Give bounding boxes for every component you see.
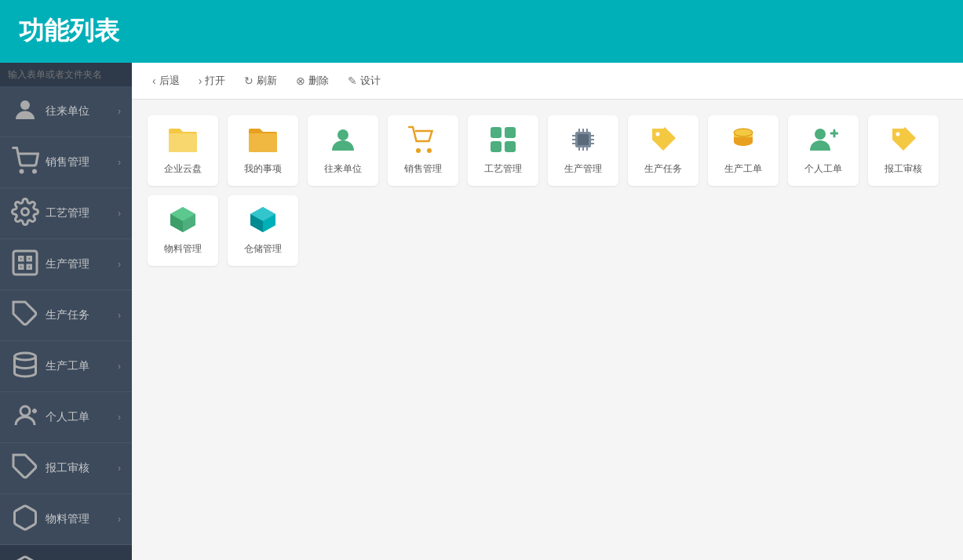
refresh-icon: ↻ [244, 75, 254, 87]
sidebar-item-left: 生产工单 [11, 351, 89, 382]
grid-item-icon-企业云盘 [167, 125, 199, 158]
back-icon: ‹ [152, 75, 156, 87]
icon-grid: 企业云盘 我的事项 往来单位 销售管理 工艺管理 生产管理 生产任务 生产工单 … [132, 100, 963, 445]
page-title: 功能列表 [19, 14, 119, 49]
design-button[interactable]: ✎ 设计 [340, 71, 388, 91]
back-label: 后退 [159, 74, 180, 88]
refresh-button[interactable]: ↻ 刷新 [236, 71, 285, 91]
content-area: ‹ 后退 › 打开 ↻ 刷新 ⊗ 删除 ✎ 设计 企业云盘 [132, 63, 963, 560]
sidebar-item-工艺管理[interactable]: 工艺管理 › [0, 188, 132, 239]
refresh-label: 刷新 [257, 74, 277, 88]
svg-rect-4 [13, 251, 37, 275]
sidebar-item-销售管理[interactable]: 销售管理 › [0, 137, 132, 188]
sidebar: 往来单位 › 销售管理 › 工艺管理 › 生产管理 › 生产任务 › 生产工单 … [0, 63, 132, 560]
sidebar-item-icon-仓储管理 [11, 555, 39, 560]
svg-point-17 [427, 148, 432, 153]
sidebar-item-生产管理[interactable]: 生产管理 › [0, 239, 132, 290]
sidebar-item-label-工艺管理: 工艺管理 [46, 206, 89, 220]
grid-item-生产任务[interactable]: 生产任务 [628, 115, 699, 186]
svg-point-1 [20, 170, 23, 173]
svg-point-2 [34, 170, 36, 173]
svg-rect-19 [505, 127, 516, 138]
sidebar-item-label-生产管理: 生产管理 [46, 257, 89, 271]
sidebar-item-生产工单[interactable]: 生产工单 › [0, 341, 132, 392]
svg-point-16 [416, 148, 421, 153]
grid-item-物料管理[interactable]: 物料管理 [148, 195, 218, 266]
grid-item-icon-物料管理 [169, 205, 197, 238]
svg-rect-7 [20, 265, 24, 269]
grid-item-工艺管理[interactable]: 工艺管理 [468, 115, 538, 186]
sidebar-item-icon-生产管理 [11, 249, 39, 280]
grid-item-label-个人工单: 个人工单 [804, 162, 842, 176]
grid-item-label-生产任务: 生产任务 [644, 162, 682, 176]
design-label: 设计 [360, 74, 381, 88]
sidebar-item-chevron-个人工单: › [118, 412, 121, 423]
svg-rect-23 [578, 134, 589, 145]
grid-item-icon-个人工单 [808, 125, 838, 158]
grid-item-销售管理[interactable]: 销售管理 [388, 115, 458, 186]
sidebar-item-往来单位[interactable]: 往来单位 › [0, 86, 132, 137]
grid-item-icon-往来单位 [329, 125, 357, 158]
sidebar-item-left: 个人工单 [11, 402, 89, 433]
svg-rect-18 [491, 127, 502, 138]
sidebar-item-个人工单[interactable]: 个人工单 › [0, 392, 132, 443]
grid-item-label-仓储管理: 仓储管理 [244, 242, 282, 256]
open-icon: › [199, 75, 202, 87]
grid-item-个人工单[interactable]: 个人工单 [788, 115, 859, 186]
svg-point-42 [896, 133, 900, 136]
sidebar-item-icon-生产工单 [11, 351, 39, 382]
grid-item-label-工艺管理: 工艺管理 [484, 162, 522, 176]
back-button[interactable]: ‹ 后退 [144, 71, 188, 91]
open-button[interactable]: › 打开 [191, 71, 234, 91]
grid-item-label-往来单位: 往来单位 [324, 162, 362, 176]
sidebar-item-chevron-生产工单: › [118, 361, 121, 372]
delete-button[interactable]: ⊗ 删除 [288, 71, 337, 91]
sidebar-item-物料管理[interactable]: 物料管理 › [0, 494, 132, 545]
grid-item-icon-工艺管理 [489, 125, 517, 158]
sidebar-item-icon-个人工单 [11, 402, 39, 433]
sidebar-item-left: 销售管理 [11, 147, 89, 178]
grid-item-label-生产工单: 生产工单 [724, 162, 762, 176]
sidebar-item-chevron-报工审核: › [118, 463, 121, 474]
sidebar-item-报工审核[interactable]: 报工审核 › [0, 443, 132, 494]
delete-icon: ⊗ [296, 75, 305, 87]
sidebar-item-label-生产工单: 生产工单 [46, 359, 89, 373]
grid-item-我的事项[interactable]: 我的事项 [228, 115, 298, 186]
grid-item-生产工单[interactable]: 生产工单 [708, 115, 779, 186]
grid-item-生产管理[interactable]: 生产管理 [548, 115, 618, 186]
sidebar-item-label-报工审核: 报工审核 [46, 461, 89, 475]
sidebar-item-chevron-销售管理: › [118, 157, 121, 168]
sidebar-search-input[interactable] [8, 69, 124, 80]
sidebar-item-icon-物料管理 [11, 504, 39, 535]
grid-item-企业云盘[interactable]: 企业云盘 [148, 115, 218, 186]
sidebar-item-仓储管理[interactable]: 仓储管理 | [0, 545, 132, 560]
svg-rect-8 [27, 265, 31, 269]
grid-item-icon-生产工单 [729, 125, 757, 158]
grid-item-label-物料管理: 物料管理 [164, 242, 202, 256]
design-icon: ✎ [348, 75, 357, 87]
grid-item-icon-我的事项 [247, 125, 279, 158]
grid-item-label-报工审核: 报工审核 [885, 162, 922, 176]
grid-item-报工审核[interactable]: 报工审核 [868, 115, 939, 186]
sidebar-item-left: 物料管理 [11, 504, 89, 535]
grid-item-icon-生产管理 [569, 125, 597, 158]
grid-item-icon-生产任务 [649, 125, 677, 158]
grid-item-icon-销售管理 [408, 125, 438, 158]
sidebar-item-生产任务[interactable]: 生产任务 › [0, 290, 132, 341]
sidebar-item-left: 报工审核 [11, 453, 89, 484]
sidebar-item-left: 生产管理 [11, 249, 89, 280]
svg-rect-5 [20, 257, 24, 261]
svg-point-11 [20, 406, 30, 416]
grid-item-往来单位[interactable]: 往来单位 [308, 115, 378, 186]
sidebar-search-container[interactable] [0, 63, 132, 86]
sidebar-item-chevron-生产任务: › [118, 310, 121, 321]
sidebar-item-left: 生产任务 [11, 300, 89, 331]
svg-point-36 [656, 133, 660, 136]
sidebar-item-label-个人工单: 个人工单 [46, 410, 89, 424]
grid-item-icon-仓储管理 [249, 205, 277, 238]
toolbar: ‹ 后退 › 打开 ↻ 刷新 ⊗ 删除 ✎ 设计 [132, 63, 963, 100]
svg-point-15 [337, 129, 348, 140]
sidebar-item-chevron-物料管理: › [118, 514, 121, 525]
sidebar-item-left: 工艺管理 [11, 198, 89, 229]
grid-item-仓储管理[interactable]: 仓储管理 [228, 195, 298, 266]
